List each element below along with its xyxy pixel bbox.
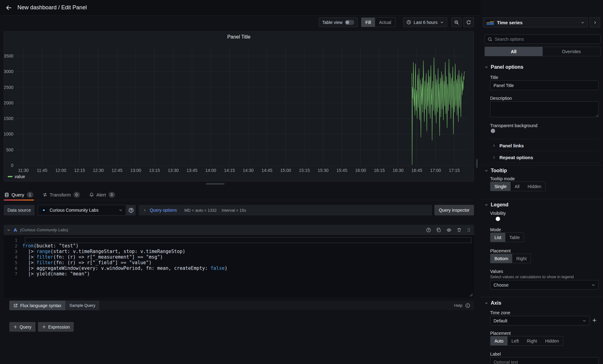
panel-description-textarea[interactable] [490, 101, 599, 117]
options-search[interactable] [485, 35, 601, 44]
legend-section-header[interactable]: Legend [485, 202, 508, 208]
tab-transform-label: Transform [50, 192, 71, 197]
sample-query-button[interactable]: Sample Query [65, 301, 99, 310]
legend-item[interactable]: value [8, 174, 25, 179]
toggle-query-visibility-button[interactable] [446, 228, 452, 233]
svg-text:12:45: 12:45 [112, 168, 123, 173]
viz-panel[interactable]: Panel Title 0500100015002000250030003500… [4, 31, 474, 182]
repeat-options-row[interactable]: Repeat options [490, 152, 599, 162]
add-expression-button[interactable]: Expression [38, 322, 74, 332]
tab-transform[interactable]: Transform 0 [42, 190, 81, 200]
legend-series-label: value [15, 174, 25, 179]
query-options-link[interactable]: Query options [150, 208, 177, 213]
collapse-options-button[interactable] [590, 17, 600, 27]
plus-icon [42, 325, 46, 329]
options-search-input[interactable] [495, 37, 597, 42]
svg-text:13:30: 13:30 [168, 168, 179, 173]
legend-values-select[interactable]: Choose [490, 280, 599, 290]
zoom-out-icon [454, 20, 459, 25]
tooltip-mode-single[interactable]: Single [490, 182, 511, 191]
panel-links-row[interactable]: Panel links [490, 141, 599, 150]
datasource-help-button[interactable] [126, 205, 136, 215]
table-view-switch[interactable] [345, 20, 354, 25]
editor-resize-handle[interactable] [470, 293, 473, 297]
add-timezone-button[interactable] [592, 318, 597, 323]
actual-option[interactable]: Actual [375, 18, 395, 27]
query-datasource-hint: (Curious Community Labs) [20, 228, 68, 232]
svg-text:14:00: 14:00 [205, 168, 216, 173]
svg-text:1500: 1500 [4, 116, 13, 121]
legend-visibility-label: Visibility [490, 211, 506, 216]
bell-icon [89, 192, 94, 197]
refresh-button[interactable] [463, 17, 474, 27]
fill-option[interactable]: Fill [361, 18, 375, 27]
flux-editor-footer: Flux language syntax Sample Query Help [9, 301, 474, 310]
back-button[interactable] [2, 2, 15, 14]
legend-mode-table[interactable]: Table [505, 233, 524, 242]
query-ref-id[interactable]: A [14, 227, 17, 233]
legend-mode-list[interactable]: List [490, 233, 505, 242]
grafana-edit-panel: New dashboard / Edit Panel Discard Save … [0, 0, 603, 364]
axis-section-header[interactable]: Axis [485, 300, 501, 306]
query-help-button[interactable] [426, 228, 431, 233]
query-inspector-button[interactable]: Query inspector [434, 205, 474, 215]
toggle-knob [491, 129, 495, 133]
filter-tab-all[interactable]: All [485, 47, 543, 56]
trash-icon [457, 228, 462, 232]
legend-placement-bottom[interactable]: Bottom [490, 254, 512, 263]
svg-text:12:30: 12:30 [93, 168, 104, 173]
editor-help-button[interactable]: Help [454, 303, 474, 308]
tooltip-mode-hidden[interactable]: Hidden [523, 182, 545, 191]
svg-text:14:45: 14:45 [262, 168, 272, 173]
editor-tabs: Query 1 Transform 0 Alert 0 [4, 190, 474, 200]
filter-tab-overrides[interactable]: Overrides [543, 47, 601, 56]
svg-text:13:15: 13:15 [149, 168, 160, 173]
viz-type-picker[interactable]: Time series [483, 17, 588, 27]
tooltip-section-header[interactable]: Tooltip [485, 168, 507, 173]
zoom-out-button[interactable] [452, 17, 462, 27]
query-options-bar: Query options MD = auto = 1332 Interval … [139, 205, 432, 215]
axis-placement-left[interactable]: Left [508, 336, 523, 345]
eye-icon [446, 228, 452, 233]
axis-label-input[interactable] [490, 357, 599, 364]
svg-text:14:15: 14:15 [224, 168, 235, 173]
table-view-toggle-group[interactable]: Table view [319, 17, 358, 27]
tooltip-mode-all[interactable]: All [511, 182, 524, 191]
drag-query-handle[interactable] [467, 228, 471, 232]
legend-placement-right[interactable]: Right [512, 254, 531, 263]
panel-options-header[interactable]: Panel options [485, 64, 523, 70]
clock-icon [406, 20, 411, 25]
axis-placement-hidden[interactable]: Hidden [541, 336, 563, 345]
time-range-picker[interactable]: Last 6 hours [403, 17, 447, 27]
options-filter-tabs: All Overrides [485, 47, 601, 56]
external-link-icon [13, 303, 18, 308]
legend-values-desc: Select values or calculations to show in… [490, 274, 574, 279]
add-query-button[interactable]: Query [9, 322, 35, 332]
svg-text:2000: 2000 [4, 100, 13, 105]
timeseries-plot[interactable]: 050010001500200025003000350011:3011:4512… [4, 32, 474, 181]
axis-placement-auto[interactable]: Auto [490, 336, 508, 345]
legend-mode-group: List Table [490, 233, 524, 242]
datasource-name: Curious Community Labs [49, 208, 116, 213]
info-circle-icon [465, 303, 470, 308]
vertical-splitter[interactable] [476, 159, 478, 168]
chevron-down-icon [581, 21, 585, 25]
tab-alert[interactable]: Alert 0 [89, 190, 116, 200]
panel-title-input[interactable] [490, 81, 599, 90]
collapse-query-chevron-icon[interactable] [7, 228, 11, 232]
datasource-picker[interactable]: Curious Community Labs [38, 205, 126, 215]
axis-placement-right[interactable]: Right [523, 336, 541, 345]
horizontal-splitter[interactable] [206, 183, 225, 185]
delete-query-button[interactable] [457, 228, 462, 232]
chevron-down-icon [485, 65, 488, 69]
question-circle-icon [128, 208, 134, 213]
resize-corner-icon [470, 293, 473, 297]
arrow-left-icon [6, 5, 12, 11]
flux-syntax-button[interactable]: Flux language syntax [9, 301, 65, 310]
legend-values-label: Values [490, 269, 503, 274]
flux-code-editor[interactable]: 1 2from(bucket: "test") 3 |> range(start… [4, 235, 474, 298]
timezone-select[interactable]: Default [490, 316, 590, 325]
duplicate-query-button[interactable] [436, 228, 441, 232]
code-line: 3 |> range(start: v.timeRangeStart, stop… [4, 249, 471, 254]
tab-query[interactable]: Query 1 [4, 190, 34, 200]
